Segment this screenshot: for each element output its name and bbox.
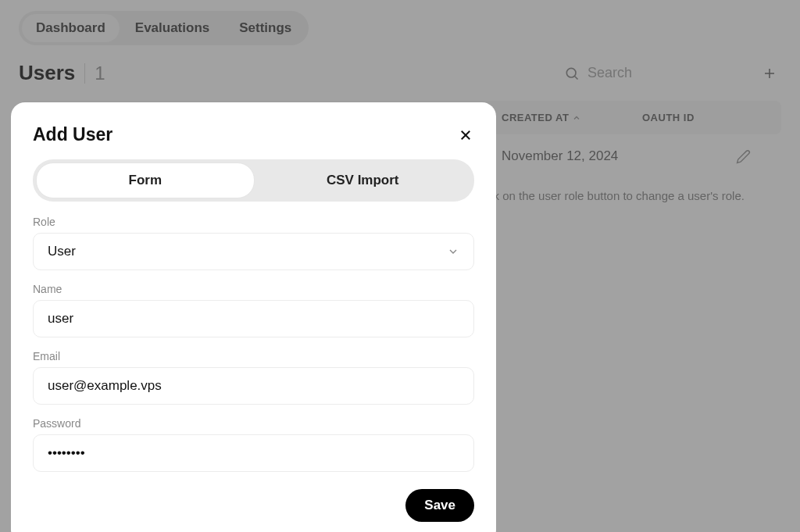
tab-csv-import[interactable]: CSV Import xyxy=(255,162,472,198)
close-button[interactable] xyxy=(457,127,474,144)
field-password: Password xyxy=(33,417,474,472)
name-input[interactable] xyxy=(48,311,459,327)
role-select[interactable]: User xyxy=(33,233,474,270)
field-role: Role User xyxy=(33,216,474,270)
modal-footer: Save xyxy=(33,489,474,522)
save-button[interactable]: Save xyxy=(405,489,474,522)
add-user-modal: Add User Form CSV Import Role User Name … xyxy=(11,102,496,532)
close-icon xyxy=(459,128,473,142)
label-password: Password xyxy=(33,417,474,430)
label-role: Role xyxy=(33,216,474,228)
modal-title: Add User xyxy=(33,124,112,145)
modal-header: Add User xyxy=(33,124,474,145)
role-value: User xyxy=(48,244,76,259)
tab-form[interactable]: Form xyxy=(36,162,255,198)
email-input[interactable] xyxy=(48,378,459,394)
password-input[interactable] xyxy=(48,445,459,461)
field-name: Name xyxy=(33,283,474,337)
chevron-down-icon xyxy=(447,245,459,258)
label-email: Email xyxy=(33,350,474,362)
modal-tabs: Form CSV Import xyxy=(33,159,474,202)
label-name: Name xyxy=(33,283,474,295)
field-email: Email xyxy=(33,350,474,405)
